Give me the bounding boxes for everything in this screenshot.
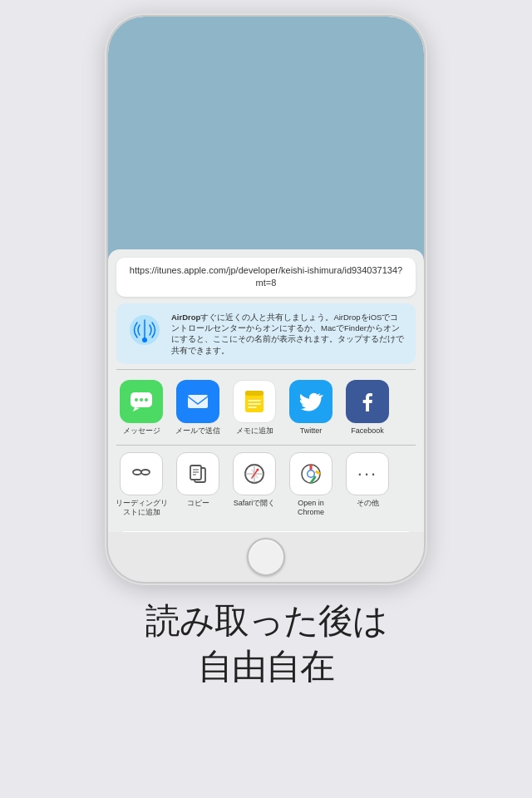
home-button-area — [108, 532, 424, 582]
airdrop-description: すぐに近くの人と共有しましょう。AirDropをiOSでコントロールセンターから… — [171, 313, 404, 355]
phone-frame: https://itunes.apple.com/jp/developer/ke… — [108, 17, 424, 582]
app-messages[interactable]: メッセージ — [115, 380, 168, 436]
messages-icon — [120, 380, 163, 423]
screen-content: https://itunes.apple.com/jp/developer/ke… — [108, 17, 424, 582]
more-icon: ··· — [346, 452, 389, 495]
action-chrome[interactable]: Open in Chrome — [284, 452, 337, 518]
phone-screen: https://itunes.apple.com/jp/developer/ke… — [108, 17, 424, 582]
svg-point-3 — [135, 398, 138, 401]
airdrop-icon — [126, 312, 163, 348]
twitter-label: Twitter — [300, 426, 323, 436]
airdrop-text: AirDropすぐに近くの人と共有しましょう。AirDropをiOSでコントロー… — [171, 312, 406, 356]
actions-row: リーディングリストに追加 — [108, 446, 424, 528]
svg-point-23 — [251, 476, 254, 479]
svg-point-13 — [141, 470, 150, 475]
svg-point-12 — [133, 470, 141, 475]
airdrop-section: AirDropすぐに近くの人と共有しましょう。AirDropをiOSでコントロー… — [116, 303, 416, 364]
mail-icon — [176, 380, 219, 423]
facebook-label: Facebook — [351, 426, 384, 436]
action-copy[interactable]: コピー — [171, 452, 224, 518]
action-reading-list[interactable]: リーディングリストに追加 — [115, 452, 168, 518]
facebook-icon — [346, 380, 389, 423]
svg-point-26 — [308, 470, 314, 476]
safari-label: Safariで開く — [234, 499, 276, 509]
svg-point-1 — [142, 337, 147, 342]
more-label: その他 — [357, 499, 379, 509]
notes-label: メモに追加 — [236, 426, 273, 436]
action-more[interactable]: ··· その他 — [341, 452, 394, 518]
action-safari[interactable]: Safariで開く — [228, 452, 281, 518]
url-bar: https://itunes.apple.com/jp/developer/ke… — [116, 258, 416, 297]
tagline-line2: 自由自在 — [145, 644, 387, 690]
messages-label: メッセージ — [123, 426, 160, 436]
svg-point-22 — [257, 468, 259, 470]
reading-list-icon — [120, 452, 163, 495]
svg-rect-6 — [188, 395, 208, 408]
svg-point-5 — [145, 398, 148, 401]
reading-list-label: リーディングリストに追加 — [115, 499, 168, 518]
app-mail[interactable]: メールで送信 — [171, 380, 224, 436]
tagline-line1: 読み取った後は — [145, 598, 387, 644]
svg-point-4 — [140, 398, 143, 401]
svg-rect-8 — [245, 391, 264, 396]
airdrop-title: AirDrop — [171, 313, 200, 322]
copy-label: コピー — [187, 499, 209, 509]
safari-icon — [233, 452, 276, 495]
copy-icon — [176, 452, 219, 495]
home-button[interactable] — [247, 538, 285, 576]
apps-row: メッセージ メールで送信 — [108, 370, 424, 445]
tagline: 読み取った後は 自由自在 — [145, 598, 387, 689]
mail-label: メールで送信 — [175, 426, 220, 436]
chrome-icon — [289, 452, 332, 495]
app-notes[interactable]: メモに追加 — [228, 380, 281, 436]
notes-icon — [233, 380, 276, 423]
app-facebook[interactable]: Facebook — [341, 380, 394, 436]
twitter-icon — [289, 380, 332, 423]
app-twitter[interactable]: Twitter — [284, 380, 337, 436]
chrome-label: Open in Chrome — [284, 499, 337, 518]
